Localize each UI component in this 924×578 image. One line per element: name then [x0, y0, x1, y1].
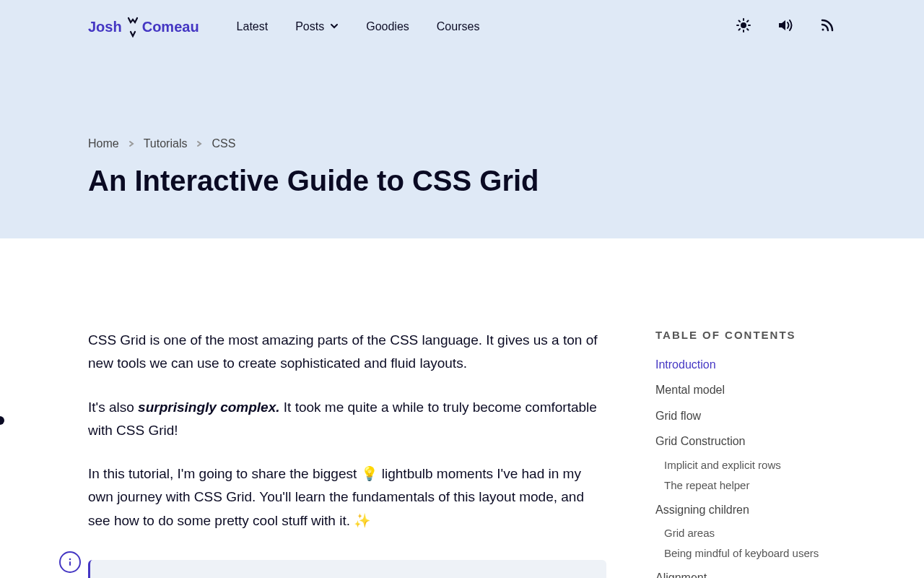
svg-line-6 — [747, 29, 749, 30]
toc-link[interactable]: Grid Construction — [655, 434, 836, 449]
page-title: An Interactive Guide to CSS Grid — [88, 163, 836, 198]
chevron-down-icon — [330, 20, 339, 33]
svg-rect-11 — [69, 561, 71, 566]
toc-item: Grid areas — [664, 525, 836, 540]
title-area: Home Tutorials CSS An Interactive Guide … — [0, 43, 924, 198]
nav-courses[interactable]: Courses — [437, 20, 480, 33]
logo-last-name: Comeau — [142, 19, 199, 35]
logo[interactable]: Josh Comeau — [88, 16, 199, 38]
svg-point-10 — [69, 558, 71, 561]
toc-link[interactable]: Grid areas — [664, 525, 836, 540]
toc-link[interactable]: Mental model — [655, 382, 836, 398]
rss-icon — [820, 18, 834, 35]
svg-line-7 — [739, 29, 741, 30]
intro-paragraph-2: It's also surprisingly complex. It took … — [88, 396, 606, 443]
breadcrumb: Home Tutorials CSS — [88, 137, 836, 150]
toc-item: Introduction — [655, 357, 836, 373]
toc-link[interactable]: Introduction — [655, 357, 836, 373]
toc-item: Assigning childrenGrid areasBeing mindfu… — [655, 502, 836, 561]
toc-link[interactable]: The repeat helper — [664, 478, 836, 493]
sound-toggle[interactable] — [777, 18, 794, 35]
content-wrapper: CSS Grid is one of the most amazing part… — [0, 238, 924, 578]
site-header: Josh Comeau Latest Posts — [0, 0, 924, 43]
intro-paragraph-1: CSS Grid is one of the most amazing part… — [88, 329, 606, 376]
breadcrumb-css[interactable]: CSS — [212, 137, 235, 150]
svg-line-5 — [739, 21, 741, 22]
primary-nav: Latest Posts Goodies Courses — [237, 20, 480, 33]
info-icon — [59, 551, 81, 573]
toc-link[interactable]: Alignment — [655, 570, 836, 578]
mascot-icon — [125, 16, 141, 38]
table-of-contents: TABLE OF CONTENTS IntroductionMental mod… — [655, 329, 836, 578]
svg-point-0 — [741, 22, 746, 28]
toc-item: Being mindful of keyboard users — [664, 545, 836, 561]
nav-posts-label: Posts — [295, 20, 324, 33]
breadcrumb-home[interactable]: Home — [88, 137, 119, 150]
article-body: CSS Grid is one of the most amazing part… — [88, 329, 606, 578]
toc-item: Implicit and explicit rows — [664, 457, 836, 473]
toc-link[interactable]: Grid flow — [655, 408, 836, 424]
nav-goodies[interactable]: Goodies — [366, 20, 409, 33]
toc-item: Grid flow — [655, 408, 836, 424]
chevron-right-icon — [128, 140, 135, 147]
emphasis-text: surprisingly complex. — [138, 400, 279, 415]
breadcrumb-tutorials[interactable]: Tutorials — [144, 137, 188, 150]
chevron-right-icon — [196, 140, 203, 147]
nav-latest[interactable]: Latest — [237, 20, 269, 33]
nav-posts[interactable]: Posts — [295, 20, 339, 33]
logo-first-name: Josh — [88, 19, 122, 35]
toc-item: Grid ConstructionImplicit and explicit r… — [655, 434, 836, 492]
intro-paragraph-3: In this tutorial, I'm going to share the… — [88, 462, 606, 532]
toc-item: Mental model — [655, 382, 836, 398]
toc-heading: TABLE OF CONTENTS — [655, 329, 836, 341]
theme-toggle[interactable] — [735, 18, 752, 35]
svg-point-9 — [822, 29, 824, 31]
sun-icon — [736, 18, 751, 35]
toc-link[interactable]: Assigning children — [655, 502, 836, 518]
volume-icon — [777, 18, 793, 35]
toc-item: The repeat helper — [664, 478, 836, 493]
info-callout: Browser support? — [88, 560, 606, 578]
toc-sublist: Implicit and explicit rowsThe repeat hel… — [664, 457, 836, 493]
header-left: Josh Comeau Latest Posts — [88, 16, 479, 38]
rss-link[interactable] — [819, 18, 836, 35]
toc-link[interactable]: Being mindful of keyboard users — [664, 545, 836, 561]
header-right — [735, 18, 836, 35]
toc-item: AlignmentAligning rows — [655, 570, 836, 578]
toc-link[interactable]: Implicit and explicit rows — [664, 457, 836, 473]
svg-line-8 — [747, 21, 749, 22]
toc-list: IntroductionMental modelGrid flowGrid Co… — [655, 357, 836, 578]
toc-sublist: Grid areasBeing mindful of keyboard user… — [664, 525, 836, 561]
